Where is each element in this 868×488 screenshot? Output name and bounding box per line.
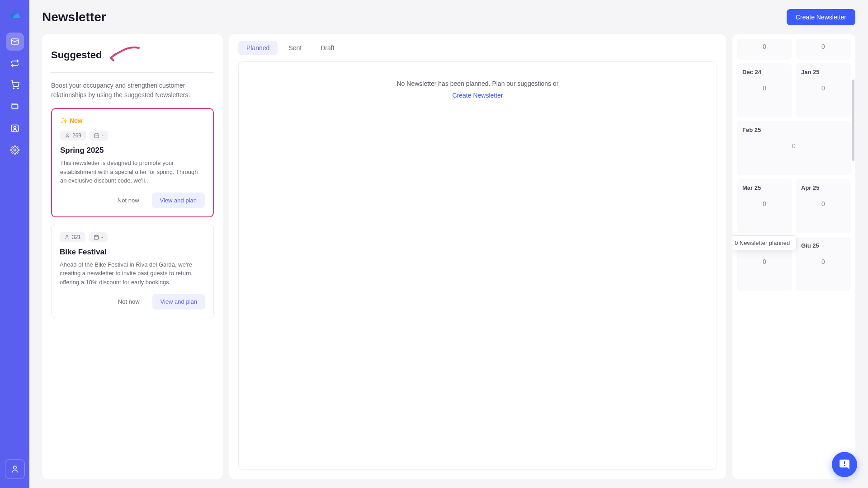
month-label: Apr 25 — [801, 184, 845, 191]
not-now-button[interactable]: Not now — [109, 192, 147, 208]
date-chip: - — [90, 131, 108, 141]
create-newsletter-link[interactable]: Create Newsletter — [452, 92, 503, 99]
main-area: Newsletter Create Newsletter Suggested B… — [29, 0, 868, 488]
new-badge: ✨ New — [60, 117, 205, 124]
people-chip: 321 — [60, 232, 85, 242]
svg-point-1 — [13, 88, 14, 89]
month-count: 0 — [742, 258, 787, 265]
tab-content: No Newsletter has been planned. Plan our… — [238, 61, 717, 470]
month-cell-jan25[interactable]: Jan 25 0 — [796, 63, 851, 117]
view-plan-button[interactable]: View and plan — [152, 192, 205, 208]
card-title: Spring 2025 — [60, 146, 205, 155]
card-title: Bike Festival — [60, 248, 205, 257]
month-cell-giu25[interactable]: Giu 25 0 — [796, 237, 851, 291]
month-cell[interactable]: 0 — [737, 39, 792, 60]
people-chip: 269 — [60, 131, 86, 141]
tabs: Planned Sent Draft — [238, 41, 717, 55]
month-label: Mar 25 — [742, 184, 787, 191]
svg-point-9 — [66, 134, 68, 136]
tab-planned[interactable]: Planned — [238, 41, 278, 55]
month-count: 0 — [742, 142, 845, 150]
month-label: Jan 25 — [801, 69, 845, 75]
calendar-icon — [94, 235, 99, 240]
svg-point-14 — [66, 235, 68, 237]
nav-user[interactable] — [5, 459, 25, 479]
month-cell-feb25[interactable]: Feb 25 0 — [737, 121, 851, 175]
suggested-description: Boost your occupancy and strengthen cust… — [51, 81, 214, 100]
svg-point-2 — [17, 88, 18, 89]
svg-point-6 — [14, 127, 16, 129]
svg-point-7 — [14, 149, 16, 151]
create-newsletter-button[interactable]: Create Newsletter — [787, 9, 855, 25]
nav-profile[interactable] — [6, 119, 24, 137]
month-cell-mar25[interactable]: Mar 25 0 — [737, 179, 792, 233]
date-value: - — [101, 234, 103, 240]
month-count: 0 — [742, 200, 787, 207]
month-count: 0 — [801, 84, 845, 92]
center-panel: Planned Sent Draft No Newsletter has bee… — [229, 34, 726, 479]
people-count: 269 — [72, 132, 81, 139]
card-actions: Not now View and plan — [60, 192, 205, 208]
tooltip: 0 Newsletter planned — [732, 235, 797, 250]
user-icon — [64, 235, 70, 240]
nav-refresh[interactable] — [6, 54, 24, 72]
user-icon — [65, 133, 70, 138]
suggested-panel: Suggested Boost your occupancy and stren… — [42, 34, 223, 479]
nav-cart[interactable] — [6, 76, 24, 94]
calendar-panel: 0 0 Dec 24 0 Jan 25 0 Feb 25 0 — [732, 34, 855, 479]
chat-fab[interactable] — [832, 452, 857, 477]
month-cell[interactable]: 0 — [796, 39, 851, 60]
svg-point-8 — [13, 466, 16, 469]
chat-icon — [839, 459, 850, 470]
month-cell-apr25[interactable]: Apr 25 0 — [796, 179, 851, 233]
suggestion-card-bike: 321 - Bike Festival Ahead of the Bike Fe… — [51, 224, 214, 319]
arrow-annotation-icon — [107, 45, 141, 65]
month-grid: 0 0 Dec 24 0 Jan 25 0 Feb 25 0 — [737, 39, 851, 291]
month-label: Feb 25 — [742, 127, 845, 133]
month-count: 0 — [801, 43, 845, 50]
month-label: Dec 24 — [742, 69, 787, 75]
nav-mail[interactable] — [6, 33, 24, 51]
header: Newsletter Create Newsletter — [42, 9, 855, 25]
scrollbar[interactable] — [852, 80, 854, 161]
content: Suggested Boost your occupancy and stren… — [42, 34, 855, 479]
card-description: Ahead of the Bike Festival in Riva del G… — [60, 260, 205, 287]
card-meta: 269 - — [60, 131, 205, 141]
card-meta: 321 - — [60, 232, 205, 242]
month-count: 0 — [801, 200, 845, 207]
nav-collections[interactable] — [6, 98, 24, 116]
calendar-icon — [94, 133, 99, 138]
month-count: 0 — [801, 258, 845, 265]
suggested-title: Suggested — [51, 49, 102, 61]
tab-sent[interactable]: Sent — [280, 41, 310, 55]
month-label: Giu 25 — [801, 242, 845, 249]
card-actions: Not now View and plan — [60, 294, 205, 310]
suggested-header: Suggested — [51, 45, 214, 73]
card-description: This newsletter is designed to promote y… — [60, 159, 205, 185]
people-count: 321 — [72, 234, 81, 240]
view-plan-button[interactable]: View and plan — [152, 294, 205, 310]
svg-rect-10 — [95, 134, 99, 138]
date-chip: - — [89, 232, 108, 242]
nav-settings[interactable] — [6, 141, 24, 159]
logo[interactable] — [8, 7, 22, 22]
sidebar — [0, 0, 29, 488]
empty-state-text: No Newsletter has been planned. Plan our… — [397, 80, 559, 87]
month-count: 0 — [742, 43, 787, 50]
month-count: 0 — [742, 84, 787, 92]
not-now-button[interactable]: Not now — [110, 294, 148, 310]
tab-draft[interactable]: Draft — [312, 41, 342, 55]
month-cell-dec24[interactable]: Dec 24 0 — [737, 63, 792, 117]
date-value: - — [102, 132, 104, 139]
suggestion-card-spring: ✨ New 269 - Spring 2025 This newsletter … — [51, 108, 214, 217]
page-title: Newsletter — [42, 10, 106, 24]
svg-rect-15 — [94, 235, 99, 239]
